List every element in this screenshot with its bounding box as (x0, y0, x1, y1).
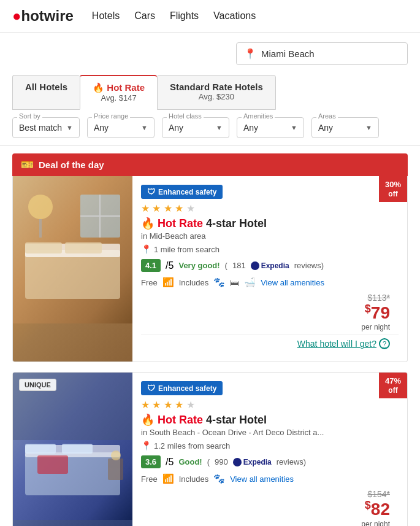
distance-pin-icon-1: 📍 (141, 244, 151, 254)
hot-flame-icon: 🔥 (93, 82, 104, 93)
rating-text-1: Very good! (178, 261, 220, 270)
original-price-2: $154* (361, 489, 390, 499)
search-input[interactable] (261, 48, 400, 59)
hotel-image-svg-2 (13, 373, 132, 520)
review-close-1: reviews) (294, 261, 324, 270)
nav-cars[interactable]: Cars (134, 10, 155, 21)
expedia-globe-icon-2 (233, 458, 242, 466)
price-dropdown[interactable]: Any ▼ (87, 117, 155, 138)
price-label: Price range (92, 112, 130, 120)
hotel-details-1: 30% off 🛡 Enhanced safety ★ ★ ★ ★ ★ 🔥 Ho… (132, 176, 407, 362)
sale-price-1: $79 (361, 303, 390, 323)
discount-percent-1: 30% (385, 180, 401, 190)
rating-count-2: ( (207, 457, 210, 466)
tab-standard-rate[interactable]: Standard Rate Hotels Avg. $230 (157, 75, 276, 110)
star4: ★ (175, 203, 183, 214)
card-bottom-1: $113* $79 per night (141, 290, 399, 331)
svg-rect-4 (65, 242, 102, 253)
star1: ★ (141, 203, 150, 214)
nav-flights[interactable]: Flights (170, 10, 199, 21)
class-label: Hotel class (167, 112, 204, 120)
areas-chevron-icon: ▼ (365, 124, 372, 131)
star4-2: ★ (175, 400, 183, 410)
amenity-extra-icon-1: 🛁 (244, 277, 256, 288)
review-count-1: 181 (232, 261, 246, 270)
hotel-image-1 (13, 176, 132, 362)
free-text-1: Free (141, 278, 158, 287)
hotel-location-1: in Mid-Beach area (141, 231, 399, 241)
dollar-sign-2: $ (365, 499, 371, 511)
includes-text-1: Includes (179, 278, 208, 287)
search-bar-container: 📍 (0, 33, 420, 65)
sort-label: Sort by (17, 112, 42, 120)
hotel-card-2: UNIQUE (12, 372, 408, 526)
main-nav: Hotels Cars Flights Vacations (92, 10, 256, 21)
class-dropdown[interactable]: Any ▼ (162, 117, 229, 138)
question-circle-icon-1: ? (379, 338, 390, 349)
price-value: Any (94, 123, 109, 133)
rating-row-1: 4.1 /5 Very good! ( 181 Expedia reviews) (141, 259, 399, 272)
card-bottom-2: $154* $82 per night (141, 487, 399, 526)
amenities-row-2: Free 📶 Includes 🐾 View all amenities (141, 473, 399, 484)
svg-rect-14 (62, 444, 93, 454)
expedia-logo-1: Expedia (251, 261, 289, 270)
includes-text-2: Includes (179, 474, 208, 484)
tab-hot-rate[interactable]: 🔥 Hot Rate Avg. $147 (80, 75, 157, 110)
sale-price-2: $82 (361, 499, 390, 519)
amenities-dropdown[interactable]: Any ▼ (237, 117, 304, 138)
svg-rect-3 (25, 242, 62, 253)
svg-point-8 (28, 195, 53, 219)
location-pin-icon: 📍 (244, 48, 256, 60)
per-night-1: per night (361, 323, 390, 331)
nav-hotels[interactable]: Hotels (92, 10, 120, 21)
logo-dot: ● (12, 7, 21, 25)
rating-count-1: ( (225, 261, 227, 270)
deal-of-day-banner: 🎫 Deal of the day (12, 153, 408, 176)
hot-rate-label-1: Hot Rate (158, 217, 206, 230)
view-all-amenities-2[interactable]: View all amenities (230, 474, 294, 484)
star5-2: ★ (186, 400, 195, 410)
rating-row-2: 3.6 /5 Good! ( 990 Expedia reviews) (141, 455, 399, 468)
hotel-card-1: 30% off 🛡 Enhanced safety ★ ★ ★ ★ ★ 🔥 Ho… (12, 176, 408, 362)
tab-all-hotels[interactable]: All Hotels (12, 75, 80, 110)
svg-rect-15 (37, 455, 68, 474)
star1-2: ★ (141, 400, 150, 410)
sort-value: Best match (19, 123, 62, 133)
search-bar[interactable]: 📍 (236, 42, 408, 65)
paw-icon-2: 🐾 (213, 473, 225, 484)
hotel-details-2: 47% off 🛡 Enhanced safety ★ ★ ★ ★ ★ 🔥 Ho… (132, 373, 407, 526)
discount-badge-2: 47% off (379, 373, 407, 398)
logo-text: hotwire (21, 7, 74, 25)
deal-fire-icon: 🎫 (21, 158, 34, 171)
free-text-2: Free (141, 474, 158, 484)
rating-score-1: 4.1 (141, 259, 161, 272)
logo[interactable]: ● hotwire (12, 7, 74, 25)
shield-icon-2: 🛡 (147, 384, 155, 393)
amenities-chevron-icon: ▼ (291, 124, 297, 131)
rating-text-2: Good! (178, 457, 202, 466)
what-hotel-link-1[interactable]: What hotel will I get? ? (297, 338, 390, 349)
shield-icon-1: 🛡 (147, 187, 155, 196)
nav-vacations[interactable]: Vacations (213, 10, 256, 21)
safety-badge-1: 🛡 Enhanced safety (141, 185, 223, 199)
view-all-amenities-1[interactable]: View all amenities (261, 278, 324, 287)
sort-dropdown[interactable]: Best match ▼ (12, 117, 80, 138)
class-value: Any (169, 123, 183, 133)
expedia-text-2: Expedia (243, 458, 272, 466)
tab-standard-subtitle: Avg. $230 (170, 92, 263, 101)
price-section-1: $113* $79 per night (361, 293, 390, 331)
safety-label-1: Enhanced safety (158, 188, 216, 196)
hotel-name-2: 🔥 Hot Rate 4-star Hotel (141, 413, 399, 427)
tab-hot-title: 🔥 Hot Rate (93, 82, 145, 93)
svg-rect-13 (25, 444, 56, 454)
name-flame-icon-2: 🔥 (141, 414, 155, 426)
star2-2: ★ (152, 400, 161, 410)
discount-badge-1: 30% off (379, 176, 407, 202)
hotel-distance-1: 📍 1 mile from search (141, 244, 399, 254)
amenities-label: Amenities (242, 112, 275, 120)
amenities-value: Any (243, 123, 258, 133)
class-filter: Hotel class Any ▼ (162, 117, 229, 138)
sort-filter: Sort by Best match ▼ (12, 117, 80, 138)
areas-dropdown[interactable]: Any ▼ (311, 117, 379, 138)
tab-hot-subtitle: Avg. $147 (93, 93, 145, 102)
